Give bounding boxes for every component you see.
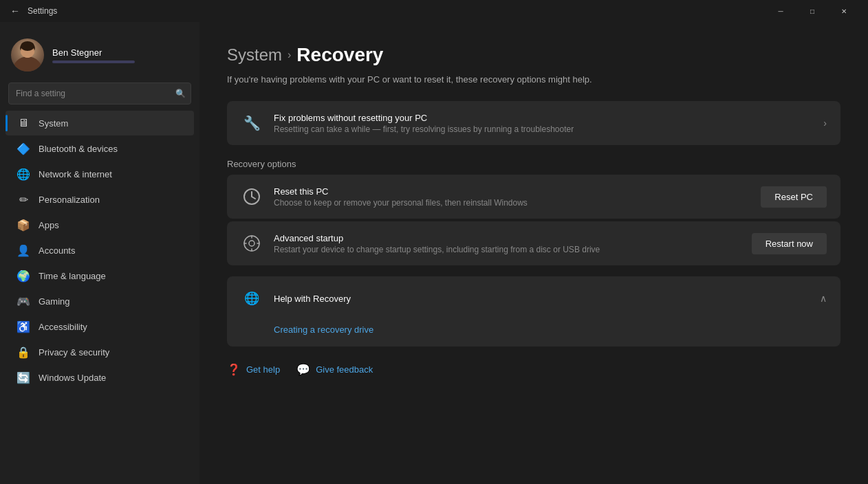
gaming-icon: 🎮 — [17, 294, 30, 308]
help-with-recovery-header[interactable]: 🌐 Help with Recovery ∧ — [227, 276, 840, 320]
sidebar-item-gaming[interactable]: 🎮 Gaming — [6, 289, 194, 314]
window-controls: ─ □ ✕ — [765, 0, 860, 22]
sidebar-item-privacy[interactable]: 🔒 Privacy & security — [6, 340, 194, 364]
titlebar: ← Settings ─ □ ✕ — [0, 0, 868, 22]
reset-pc-text: Reset this PC Choose to keep or remove y… — [274, 186, 750, 208]
creating-recovery-drive-link[interactable]: Creating a recovery drive — [274, 324, 373, 335]
reset-pc-button[interactable]: Reset PC — [761, 186, 827, 208]
sidebar-item-network[interactable]: 🌐 Network & internet — [6, 162, 194, 186]
advanced-startup-subtitle: Restart your device to change startup se… — [274, 245, 741, 254]
sidebar-item-label-gaming: Gaming — [39, 296, 70, 307]
sidebar-item-label-personalization: Personalization — [39, 195, 100, 205]
get-help-link[interactable]: ❓ Get help — [227, 363, 280, 376]
user-name: Ben Stegner — [52, 47, 135, 58]
avatar — [11, 38, 44, 72]
breadcrumb: System › Recovery — [227, 44, 840, 66]
fix-problems-chevron: › — [823, 118, 827, 129]
user-status-bar — [52, 60, 135, 63]
close-button[interactable]: ✕ — [828, 0, 860, 22]
help-body: Creating a recovery drive — [227, 320, 840, 346]
advanced-startup-row: Advanced startup Restart your device to … — [227, 221, 840, 265]
sidebar: Ben Stegner 🔍 🖥 System 🔷 Bluetooth & dev… — [0, 22, 199, 484]
sidebar-item-time[interactable]: 🌍 Time & language — [6, 263, 194, 288]
get-help-icon: ❓ — [227, 363, 241, 376]
sidebar-item-accounts[interactable]: 👤 Accounts — [6, 238, 194, 263]
network-icon: 🌐 — [17, 167, 30, 181]
fix-problems-card[interactable]: 🔧 Fix problems without resetting your PC… — [227, 101, 840, 145]
sidebar-item-label-accessibility: Accessibility — [39, 322, 87, 332]
fix-problems-text: Fix problems without resetting your PC R… — [274, 113, 812, 134]
give-feedback-label: Give feedback — [316, 364, 373, 375]
breadcrumb-parent[interactable]: System — [227, 45, 282, 65]
sidebar-item-personalization[interactable]: ✏ Personalization — [6, 187, 194, 212]
search-box: 🔍 — [8, 82, 191, 104]
sidebar-item-label-system: System — [39, 118, 68, 129]
bottom-links: ❓ Get help 💬 Give feedback — [227, 363, 840, 376]
search-icon: 🔍 — [175, 89, 186, 98]
svg-point-6 — [21, 41, 34, 51]
sidebar-item-apps[interactable]: 📦 Apps — [6, 212, 194, 237]
accounts-icon: 👤 — [17, 243, 30, 257]
sidebar-item-system[interactable]: 🖥 System — [6, 111, 194, 135]
help-with-recovery-card: 🌐 Help with Recovery ∧ Creating a recove… — [227, 276, 840, 346]
titlebar-title: Settings — [28, 6, 765, 16]
personalization-icon: ✏ — [17, 192, 30, 206]
sidebar-item-label-bluetooth: Bluetooth & devices — [39, 144, 118, 154]
sidebar-item-windows-update[interactable]: 🔄 Windows Update — [6, 365, 194, 390]
content-area: System › Recovery If you're having probl… — [199, 22, 868, 484]
user-info: Ben Stegner — [52, 47, 135, 63]
fix-problems-title: Fix problems without resetting your PC — [274, 113, 812, 123]
advanced-startup-icon — [241, 232, 263, 254]
minimize-button[interactable]: ─ — [765, 0, 796, 22]
get-help-label: Get help — [246, 364, 280, 375]
sidebar-item-label-apps: Apps — [39, 220, 59, 230]
search-input[interactable] — [8, 82, 191, 104]
restart-now-button[interactable]: Restart now — [752, 233, 827, 254]
breadcrumb-arrow: › — [287, 49, 291, 61]
reset-pc-icon — [241, 186, 263, 208]
app: Ben Stegner 🔍 🖥 System 🔷 Bluetooth & dev… — [0, 22, 868, 484]
privacy-icon: 🔒 — [17, 345, 30, 359]
sidebar-item-label-privacy: Privacy & security — [39, 347, 109, 358]
page-description: If you're having problems with your PC o… — [227, 74, 840, 85]
help-chevron-icon: ∧ — [820, 293, 827, 304]
reset-pc-subtitle: Choose to keep or remove your personal f… — [274, 198, 750, 208]
advanced-startup-title: Advanced startup — [274, 233, 741, 243]
give-feedback-icon: 💬 — [296, 363, 310, 376]
help-globe-icon: 🌐 — [241, 287, 263, 309]
advanced-startup-text: Advanced startup Restart your device to … — [274, 233, 741, 254]
windows-update-icon: 🔄 — [17, 371, 30, 384]
user-profile: Ben Stegner — [0, 33, 199, 82]
system-icon: 🖥 — [17, 116, 30, 130]
recovery-options-title: Recovery options — [227, 159, 840, 169]
back-button[interactable]: ← — [8, 4, 22, 18]
svg-point-0 — [12, 56, 43, 72]
help-title: Help with Recovery — [274, 294, 809, 304]
sidebar-item-accessibility[interactable]: ♿ Accessibility — [6, 314, 194, 339]
give-feedback-link[interactable]: 💬 Give feedback — [296, 363, 373, 376]
sidebar-item-label-time: Time & language — [39, 271, 106, 281]
sidebar-item-label-windows-update: Windows Update — [39, 373, 106, 383]
nav-items: 🖥 System 🔷 Bluetooth & devices 🌐 Network… — [0, 110, 199, 473]
fix-problems-subtitle: Resetting can take a while — first, try … — [274, 124, 812, 134]
accessibility-icon: ♿ — [17, 320, 30, 333]
time-icon: 🌍 — [17, 269, 30, 283]
reset-pc-title: Reset this PC — [274, 186, 750, 197]
breadcrumb-current: Recovery — [296, 44, 383, 66]
fix-problems-icon: 🔧 — [241, 112, 263, 134]
svg-point-9 — [249, 241, 254, 246]
sidebar-item-bluetooth[interactable]: 🔷 Bluetooth & devices — [6, 136, 194, 161]
reset-pc-row: Reset this PC Choose to keep or remove y… — [227, 175, 840, 219]
sidebar-item-label-network: Network & internet — [39, 169, 112, 179]
bluetooth-icon: 🔷 — [17, 142, 30, 155]
apps-icon: 📦 — [17, 218, 30, 232]
sidebar-item-label-accounts: Accounts — [39, 245, 75, 256]
restore-button[interactable]: □ — [796, 0, 828, 22]
